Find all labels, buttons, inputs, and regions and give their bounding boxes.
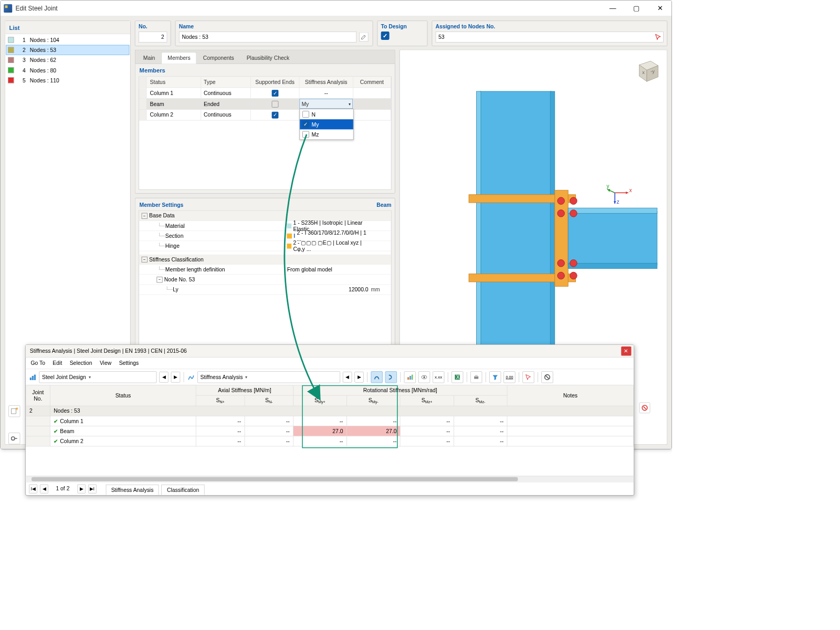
rename-icon[interactable] xyxy=(359,33,369,42)
tree-row[interactable]: └─ Ly12000.0mm xyxy=(139,285,391,295)
minimize-button[interactable]: — xyxy=(601,0,625,16)
svg-point-17 xyxy=(558,272,565,279)
prev-analysis-button[interactable]: ◀ xyxy=(343,372,352,383)
svg-rect-11 xyxy=(568,212,657,265)
group-row[interactable]: 2 Nodes : 53 xyxy=(26,406,634,416)
svg-point-19 xyxy=(570,210,578,217)
maximize-button[interactable]: ▢ xyxy=(625,0,648,16)
assigned-box: Assigned to Nodes No. xyxy=(432,20,667,46)
footer-tab-classification[interactable]: Classification xyxy=(162,485,205,495)
results-grid[interactable]: JointNo. Status Axial Stiffness [MN/m] R… xyxy=(26,385,634,476)
close-button[interactable]: ✕ xyxy=(648,0,671,16)
svg-rect-12 xyxy=(568,208,657,213)
menu-go-to[interactable]: Go To xyxy=(30,360,45,366)
analysis-combo[interactable]: Stiffness Analysis ▾ xyxy=(197,371,340,383)
menu-edit[interactable]: Edit xyxy=(52,360,62,366)
swatch-icon xyxy=(8,37,14,43)
supported-checkbox[interactable] xyxy=(271,101,278,108)
expander-icon[interactable]: − xyxy=(142,213,148,218)
next-design-button[interactable]: ▶ xyxy=(171,372,181,383)
analysis-icon xyxy=(187,373,195,381)
list-item[interactable]: 4 Nodes : 80 xyxy=(6,65,129,75)
svg-point-18 xyxy=(570,197,578,205)
precision-button[interactable]: 0,00 xyxy=(503,371,515,383)
result-row[interactable]: ✔Beam -- -- 27.0 27.0 -- -- xyxy=(26,426,634,436)
hscroll[interactable] xyxy=(26,476,634,481)
pager-last[interactable]: ▶I xyxy=(88,484,97,494)
stiffness-dropdown[interactable]: My▾ xyxy=(299,99,353,109)
to-design-label: To Design xyxy=(381,24,424,30)
tool-show-button[interactable] xyxy=(418,371,430,383)
chevron-down-icon: ▾ xyxy=(89,375,91,380)
clear-results-button[interactable] xyxy=(639,402,650,413)
results-titlebar[interactable]: Stiffness Analysis | Steel Joint Design … xyxy=(26,345,634,358)
stiffness-dropdown-menu: N ✓ My Mz xyxy=(299,109,353,140)
print-button[interactable] xyxy=(470,371,482,383)
tool-color-button[interactable] xyxy=(404,371,416,383)
list-item[interactable]: 2 Nodes : 53 xyxy=(6,45,129,55)
help-button[interactable] xyxy=(541,371,553,383)
tree-row[interactable]: −Stiffness Classification xyxy=(139,255,391,265)
list-item[interactable]: 1 Nodes : 104 xyxy=(6,35,129,45)
pager-next[interactable]: ▶ xyxy=(77,484,86,494)
toggle-b-button[interactable] xyxy=(385,371,397,383)
side-tool-key[interactable] xyxy=(8,433,20,444)
to-design-checkbox[interactable]: ✓ xyxy=(381,32,389,40)
tab-members[interactable]: Members xyxy=(161,52,196,64)
dropdown-option[interactable]: N xyxy=(300,109,353,119)
member-row[interactable]: Column 1 Continuous ✓ -- xyxy=(139,88,391,99)
tree-row[interactable]: −Node No. 53 xyxy=(139,275,391,285)
result-row[interactable]: ✔Column 2 -- -- -- -- -- -- xyxy=(26,436,634,446)
menu-view[interactable]: View xyxy=(100,360,111,366)
filter-button[interactable] xyxy=(489,371,501,383)
design-combo[interactable]: Steel Joint Design ▾ xyxy=(39,371,156,383)
supported-checkbox[interactable]: ✓ xyxy=(271,111,278,118)
nav-cube-icon[interactable]: -y x xyxy=(632,55,662,86)
toggle-a-button[interactable] xyxy=(371,371,382,383)
pager-prev[interactable]: ◀ xyxy=(40,484,48,494)
side-tool-new[interactable]: ✶ xyxy=(8,405,20,417)
pager-first[interactable]: I◀ xyxy=(29,484,37,494)
titlebar[interactable]: Edit Steel Joint — ▢ ✕ xyxy=(1,1,671,16)
results-close-button[interactable]: ✕ xyxy=(621,346,631,356)
list-item[interactable]: 3 Nodes : 62 xyxy=(6,55,129,65)
expander-icon[interactable]: − xyxy=(156,277,162,282)
supported-checkbox[interactable]: ✓ xyxy=(271,90,278,97)
svg-rect-13 xyxy=(568,263,657,268)
expander-icon[interactable]: − xyxy=(142,256,148,262)
tree-row[interactable]: └─ Member length definitionFrom global m… xyxy=(139,265,391,275)
svg-text:✶: ✶ xyxy=(15,407,18,412)
menu-settings[interactable]: Settings xyxy=(119,360,139,366)
list-item[interactable]: 5 Nodes : 110 xyxy=(6,75,129,85)
svg-marker-25 xyxy=(607,189,611,192)
results-toolbar: Steel Joint Design ▾ ◀ ▶ Stiffness Analy… xyxy=(26,369,634,385)
no-input[interactable] xyxy=(139,32,167,43)
tab-plausibility-check[interactable]: Plausibility Check xyxy=(240,51,296,63)
name-label: Name xyxy=(179,24,369,30)
next-analysis-button[interactable]: ▶ xyxy=(354,372,364,383)
dropdown-option[interactable]: ✓ My xyxy=(300,119,353,129)
tab-components[interactable]: Components xyxy=(197,51,240,63)
svg-point-14 xyxy=(558,197,565,205)
name-input[interactable] xyxy=(179,32,356,43)
menu-selection[interactable]: Selection xyxy=(70,360,92,366)
footer-tab-stiffness[interactable]: Stiffness Analysis xyxy=(106,485,159,495)
name-box: Name xyxy=(175,20,373,46)
tab-main[interactable]: Main xyxy=(137,51,162,63)
svg-rect-37 xyxy=(34,374,36,380)
results-title: Stiffness Analysis | Steel Joint Design … xyxy=(30,348,187,354)
dropdown-option[interactable]: Mz xyxy=(300,129,353,139)
target-button[interactable] xyxy=(522,371,534,383)
tool-value-button[interactable]: x.xx xyxy=(433,371,444,383)
pick-nodes-icon[interactable] xyxy=(654,33,663,42)
member-row[interactable]: Beam Ended My▾ N ✓ My Mz xyxy=(139,99,391,110)
svg-point-42 xyxy=(423,376,425,377)
swatch-icon xyxy=(8,67,14,73)
assigned-input[interactable] xyxy=(435,32,664,43)
prev-design-button[interactable]: ◀ xyxy=(159,372,169,383)
export-excel-button[interactable]: X xyxy=(452,371,463,383)
tree-row[interactable]: └─ Hinge2 - ▢▢▢ ▢E▢ | Local xyz | Cφ,y .… xyxy=(139,241,391,251)
result-row[interactable]: ✔Column 1 -- -- -- -- -- -- xyxy=(26,416,634,426)
axis-gizmo-icon: x y z xyxy=(606,180,632,205)
swatch-icon xyxy=(8,47,14,53)
